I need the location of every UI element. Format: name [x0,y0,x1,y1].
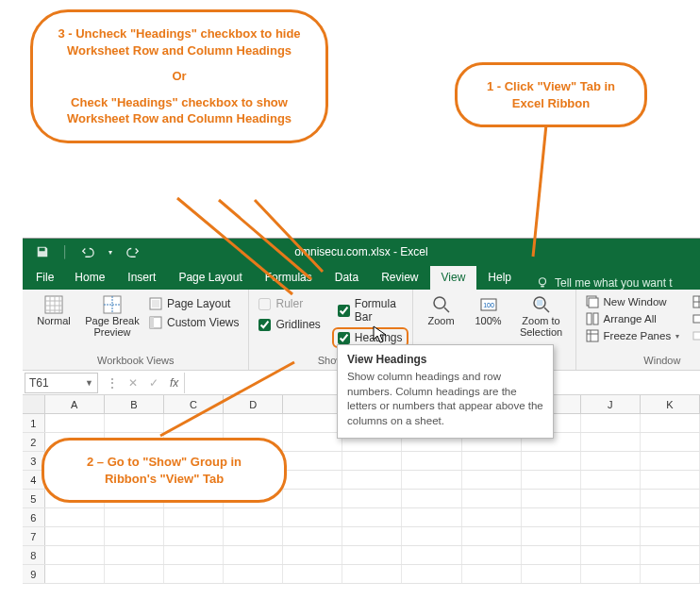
annotation-step2: 2 – Go to "Show" Group in Ribbon's "View… [42,438,287,503]
annotation-step3-a: 3 - Uncheck "Headings" checkbox to hide … [50,25,308,58]
annotation-step3-or: Or [50,68,308,85]
cursor-icon [373,325,388,344]
tooltip-title: View Headings [347,353,543,366]
annotation-step3: 3 - Uncheck "Headings" checkbox to hide … [30,9,328,143]
tooltip-view-headings: View Headings Show column headings and r… [337,344,554,439]
annotation-step1: 1 - Click "View" Tab in Excel Ribbon [455,62,647,127]
annotation-step3-b: Check "Headings" checkbox to show Worksh… [50,94,308,127]
tooltip-body: Show column headings and row numbers. Co… [347,370,543,428]
